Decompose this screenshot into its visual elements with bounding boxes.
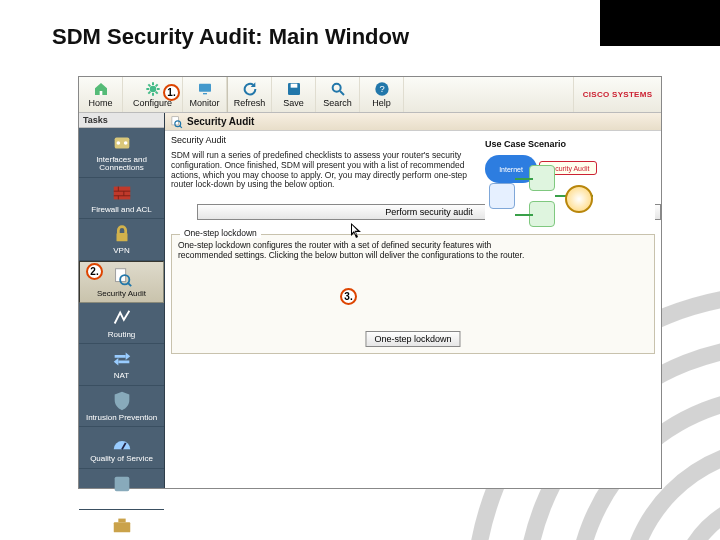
- callout-3: 3.: [340, 288, 357, 305]
- sidebar-item-additional[interactable]: Additional Tasks: [79, 510, 164, 540]
- search-label: Search: [323, 98, 352, 108]
- content-header-label: Security Audit: [187, 116, 254, 127]
- lockdown-title: One-step lockdown: [180, 228, 261, 238]
- sidebar-item-interfaces[interactable]: Interfaces and Connections: [79, 128, 164, 178]
- sidebar-item-label: Intrusion Prevention: [86, 414, 157, 422]
- sidebar-item-label: Routing: [108, 331, 136, 339]
- refresh-icon: [242, 81, 258, 97]
- refresh-label: Refresh: [234, 98, 266, 108]
- sidebar-item-firewall[interactable]: Firewall and ACL: [79, 178, 164, 219]
- cisco-logo: CISCO SYSTEMS: [573, 77, 661, 112]
- sidebar-item-vpn[interactable]: VPN: [79, 219, 164, 260]
- slide-corner: [600, 0, 720, 46]
- svg-rect-21: [113, 522, 130, 532]
- shield-icon: [111, 390, 133, 412]
- gear-icon: [145, 81, 161, 97]
- sidebar-item-label: Interfaces and Connections: [81, 156, 162, 173]
- svg-rect-17: [116, 233, 127, 241]
- refresh-button[interactable]: Refresh: [228, 77, 272, 112]
- monitor-button[interactable]: Monitor: [183, 77, 227, 112]
- routing-icon: [111, 307, 133, 329]
- svg-rect-6: [199, 84, 211, 92]
- svg-point-0: [678, 498, 720, 540]
- sidebar-item-nat[interactable]: NAT: [79, 344, 164, 385]
- audit-description: SDM will run a series of predefined chec…: [165, 149, 491, 196]
- svg-rect-7: [203, 93, 207, 94]
- svg-point-10: [332, 84, 340, 92]
- callout-1: 1.: [163, 84, 180, 101]
- save-icon: [286, 81, 302, 97]
- nat-icon: [111, 348, 133, 370]
- gauge-icon: [111, 431, 133, 453]
- svg-rect-20: [114, 476, 129, 491]
- sidebar-item-routing[interactable]: Routing: [79, 303, 164, 344]
- cursor-icon: [351, 223, 363, 239]
- lockdown-text: One-step lockdown configures the router …: [178, 241, 538, 261]
- svg-point-5: [149, 86, 156, 93]
- usecase-panel: Use Case Scenario Security Audit Interne…: [485, 139, 655, 239]
- home-label: Home: [88, 98, 112, 108]
- home-icon: [93, 81, 109, 97]
- search-button[interactable]: Search: [316, 77, 360, 112]
- audit-icon: [111, 266, 133, 288]
- sidebar-item-label: NAC: [113, 497, 130, 505]
- search-icon: [330, 81, 346, 97]
- sidebar-item-label: NAT: [114, 372, 129, 380]
- wire: [515, 214, 533, 216]
- sidebar-item-label: Quality of Service: [90, 455, 153, 463]
- audit-icon: [169, 115, 183, 129]
- usecase-diagram: Security Audit Internet: [485, 155, 655, 239]
- tasks-pane: Tasks Interfaces and Connections Firewal…: [79, 113, 165, 488]
- interfaces-icon: [111, 132, 133, 154]
- help-button[interactable]: ? Help: [360, 77, 404, 112]
- home-button[interactable]: Home: [79, 77, 123, 112]
- svg-rect-22: [118, 518, 125, 522]
- content-header: Security Audit: [165, 113, 661, 131]
- lockdown-group: One-step lockdown One-step lockdown conf…: [171, 234, 655, 354]
- toolbox-icon: [111, 514, 133, 536]
- callout-2: 2.: [86, 263, 103, 280]
- slide-title: SDM Security Audit: Main Window: [52, 24, 409, 50]
- sdm-window: Home Configure Monitor Refresh Save Se: [78, 76, 662, 489]
- sidebar-item-ips[interactable]: Intrusion Prevention: [79, 386, 164, 427]
- svg-point-14: [116, 141, 120, 145]
- magnify-icon: [565, 185, 593, 213]
- svg-point-15: [123, 141, 127, 145]
- sidebar-item-qos[interactable]: Quality of Service: [79, 427, 164, 468]
- usecase-title: Use Case Scenario: [485, 139, 655, 149]
- save-button[interactable]: Save: [272, 77, 316, 112]
- sidebar-item-nac[interactable]: NAC: [79, 469, 164, 510]
- svg-rect-16: [113, 186, 130, 199]
- monitor-label: Monitor: [189, 98, 219, 108]
- nac-icon: [111, 473, 133, 495]
- wire: [515, 178, 533, 180]
- svg-text:?: ?: [379, 84, 384, 94]
- content-pane: Security Audit Security Audit SDM will r…: [165, 113, 661, 488]
- one-step-lockdown-button[interactable]: One-step lockdown: [365, 331, 460, 347]
- svg-rect-9: [290, 84, 297, 88]
- sidebar-item-label: Security Audit: [97, 290, 146, 298]
- router-icon: [489, 183, 515, 209]
- sidebar-item-label: Firewall and ACL: [91, 206, 151, 214]
- tasks-header: Tasks: [79, 113, 164, 128]
- save-label: Save: [283, 98, 304, 108]
- sidebar-item-label: VPN: [113, 247, 129, 255]
- lock-icon: [111, 223, 133, 245]
- toolbar-spacer: [404, 77, 573, 112]
- monitor-icon: [197, 81, 213, 97]
- firewall-icon: [111, 182, 133, 204]
- help-icon: ?: [374, 81, 390, 97]
- help-label: Help: [372, 98, 391, 108]
